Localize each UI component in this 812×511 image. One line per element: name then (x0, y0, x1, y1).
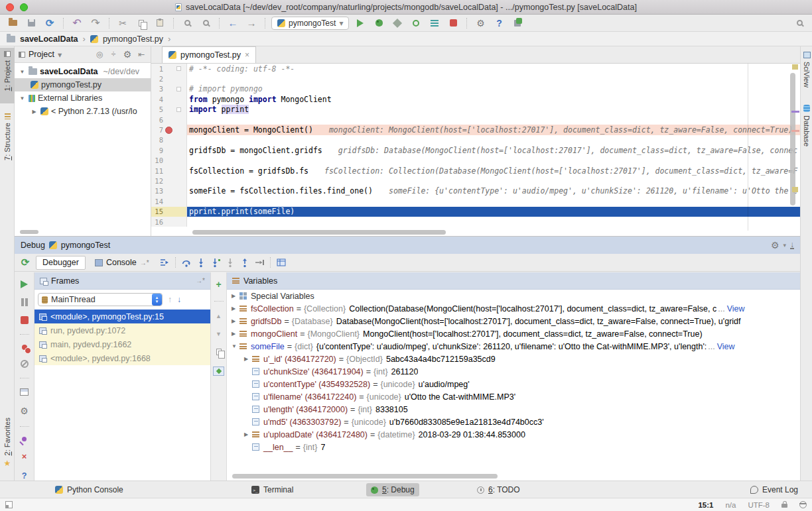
profiler-button[interactable] (409, 17, 423, 30)
restore-layout-button[interactable] (20, 388, 29, 396)
gutter-line[interactable]: 6 (151, 115, 187, 125)
sidebar-tab-project[interactable]: 1: Project (0, 48, 15, 103)
expander-icon[interactable]: ▶ (244, 431, 252, 437)
pin-icon[interactable] (22, 437, 27, 441)
gutter-line[interactable]: 5 (151, 105, 187, 115)
variable-child-row[interactable]: u'length' (4364172000) = {int} 8338105 (227, 403, 800, 416)
tree-item-external-libraries[interactable]: ▼ External Libraries (15, 91, 151, 105)
help-icon[interactable]: ? (22, 471, 27, 481)
vcs-button[interactable] (510, 17, 525, 30)
expander-icon[interactable]: ▶ (244, 356, 252, 362)
caret-position[interactable]: 15:1 (698, 501, 713, 509)
zoom-window-button[interactable] (20, 3, 28, 11)
gutter-line[interactable]: 14 (151, 196, 187, 206)
tree-item-python-sdk[interactable]: ▶ < Python 2.7.13 (/usr/lo (15, 105, 151, 118)
find-button[interactable] (180, 17, 194, 30)
expander-icon[interactable]: ▶ (232, 293, 239, 299)
debug-header[interactable]: Debug pymongoTest ⚙ ▾ ↓ (15, 237, 800, 254)
sidebar-tab-structure[interactable]: 7: Structure (0, 110, 15, 174)
project-settings-button[interactable]: ⚙ (122, 49, 133, 60)
gutter-line[interactable]: 8 (151, 135, 187, 145)
view-link[interactable]: View (717, 342, 735, 351)
stop-button[interactable] (21, 316, 29, 324)
variable-row[interactable]: ▶ fsCollection = {Collection} Collection… (227, 302, 800, 315)
forward-button[interactable]: → (244, 17, 259, 30)
gutter-line[interactable]: 1 (151, 64, 187, 74)
search-everywhere-button[interactable] (792, 17, 807, 30)
variable-child-row[interactable]: __len__ = {int} 7 (227, 441, 800, 453)
show-watches-toggle[interactable] (213, 367, 224, 376)
gutter-line[interactable]: 13 (151, 186, 187, 196)
toolwindow-todo[interactable]: 6: TODO (472, 483, 525, 496)
toolwindow-python-console[interactable]: Python Console (50, 483, 128, 496)
frame-row[interactable]: <module>, pydevd.py:1668 (34, 351, 210, 365)
toolwindow-terminal[interactable]: >_ Terminal (247, 483, 298, 496)
debug-settings-button[interactable]: ⚙ (771, 240, 779, 251)
editor-hscrollbar[interactable] (192, 230, 446, 235)
chevron-down-icon[interactable]: ▾ (58, 50, 62, 60)
pause-button[interactable] (21, 298, 28, 306)
line-separator-indicator[interactable]: n/a (725, 501, 736, 509)
variable-child-row[interactable]: ▶ u'_id' (4364172720) = {ObjectId} 5abc4… (227, 353, 800, 365)
concurrency-button[interactable] (427, 17, 442, 30)
expander-icon[interactable]: ▼ (19, 69, 26, 75)
view-breakpoints-button[interactable] (22, 345, 27, 350)
breadcrumb-file[interactable]: pymongoTest.py (103, 34, 163, 44)
gutter-line[interactable]: 2 (151, 74, 187, 84)
variable-row[interactable]: ▼ someFile = {dict} {u'contentType': u'a… (227, 340, 800, 353)
frames-header[interactable]: Frames →* (34, 272, 210, 290)
resume-button[interactable] (21, 280, 28, 288)
view-link[interactable]: View (727, 304, 745, 313)
project-hscrollbar[interactable] (20, 230, 38, 234)
collapse-all-button[interactable]: ÷ (108, 50, 119, 59)
gutter-line[interactable]: 10 (151, 156, 187, 166)
scroll-marker[interactable] (791, 130, 799, 132)
debug-layout-settings-button[interactable]: ⚙ (20, 406, 29, 416)
variables-header[interactable]: Variables (227, 272, 800, 290)
coverage-button[interactable] (390, 17, 405, 30)
expander-icon[interactable]: ▼ (232, 343, 239, 349)
hector-inspections-icon[interactable] (799, 501, 807, 508)
gutter-line[interactable]: 11 (151, 166, 187, 176)
fold-marker-icon[interactable] (176, 107, 181, 112)
close-debug-button[interactable]: × (22, 451, 27, 461)
tab-pymongoTest[interactable]: pymongoTest.py × (162, 46, 256, 63)
run-button[interactable] (353, 17, 368, 30)
add-watch-button[interactable]: + (216, 279, 221, 290)
frame-row[interactable]: main, pydevd.py:1662 (34, 337, 210, 351)
editor-vscrollbar[interactable] (790, 73, 795, 205)
expander-icon[interactable]: ▶ (232, 306, 239, 312)
debug-button[interactable] (372, 17, 386, 30)
expander-icon[interactable]: ▶ (232, 318, 239, 324)
scroll-marker[interactable] (792, 187, 798, 192)
next-frame-button[interactable]: ↓ (177, 295, 181, 304)
copy-value-button[interactable] (216, 349, 222, 355)
variable-child-row[interactable]: u'chunkSize' (4364171904) = {int} 261120 (227, 365, 800, 378)
project-panel-title[interactable]: Project (29, 50, 54, 59)
paste-button[interactable] (153, 17, 167, 30)
gutter-line[interactable]: 4 (151, 94, 187, 104)
tab-console[interactable]: Console →* (88, 256, 156, 270)
sidebar-tab-sciview[interactable]: SciView (801, 52, 812, 87)
cut-button[interactable]: ✂ (115, 17, 130, 30)
hide-panel-button[interactable]: ⇤ (136, 50, 147, 59)
variable-child-row[interactable]: ▶ u'uploadDate' (4364172480) = {datetime… (227, 428, 800, 441)
encoding-indicator[interactable]: UTF-8 (748, 501, 770, 509)
step-into-my-code-button[interactable] (210, 256, 222, 268)
step-over-button[interactable] (180, 256, 192, 268)
open-button[interactable] (5, 17, 20, 30)
locate-file-button[interactable]: ◎ (94, 50, 105, 59)
scroll-marker[interactable] (792, 64, 798, 70)
gutter-line[interactable]: 9 (151, 145, 187, 155)
expander-icon[interactable]: ▶ (232, 331, 239, 337)
back-button[interactable]: ← (226, 17, 240, 30)
sidebar-tab-database[interactable]: Database (801, 105, 812, 146)
tab-debugger[interactable]: Debugger (36, 256, 86, 270)
sync-button[interactable]: ⟳ (42, 17, 57, 30)
expander-icon[interactable]: ▶ (31, 109, 38, 115)
toolwindow-debug[interactable]: 5: Debug (366, 483, 419, 496)
move-up-button[interactable]: ▲ (216, 313, 222, 319)
sidebar-tab-favorites[interactable]: 2: Favorites ★ (0, 414, 15, 478)
fold-marker-icon[interactable] (176, 87, 181, 91)
copy-button[interactable] (134, 17, 149, 30)
